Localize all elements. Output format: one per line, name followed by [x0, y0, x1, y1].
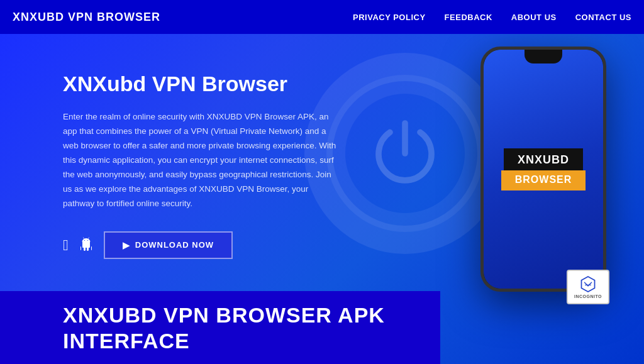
phone-app-name-bottom: BROWSER	[501, 170, 586, 190]
power-icon-decor	[345, 94, 465, 213]
incognito-hexagon-icon	[579, 275, 597, 293]
incognito-badge: INCOGNITO	[567, 270, 609, 304]
hero-description: Enter the realm of online security with …	[63, 110, 340, 211]
phone-screen: XNXUBD BROWSER	[484, 50, 603, 289]
hero-actions-row:  ▶ DOWNLOAD NOW	[63, 231, 340, 259]
navbar-links: PRIVACY POLICY FEEDBACK ABOUT US CONTACT…	[353, 13, 631, 22]
android-icon	[79, 236, 94, 255]
nav-about-us[interactable]: ABOUT US	[511, 13, 557, 22]
download-button[interactable]: ▶ DOWNLOAD NOW	[104, 231, 233, 259]
phone-mockup: XNXUBD BROWSER	[480, 47, 606, 292]
phone-outer: XNXUBD BROWSER	[480, 47, 606, 292]
bottom-banner-line1: XNXUBD VPN Browser APK	[63, 302, 421, 328]
navbar-brand: XNXUBD VPN BROWSER	[13, 11, 160, 24]
bottom-banner-line2: Interface	[63, 328, 421, 354]
phone-app-label: XNXUBD BROWSER	[501, 148, 586, 190]
nav-privacy-policy[interactable]: PRIVACY POLICY	[353, 13, 426, 22]
hero-circle-inner-decor	[326, 75, 484, 232]
nav-feedback[interactable]: FEEDBACK	[445, 13, 492, 22]
apple-icon: 	[63, 236, 69, 254]
nav-contact-us[interactable]: CONTACT US	[575, 13, 631, 22]
navbar: XNXUBD VPN BROWSER PRIVACY POLICY FEEDBA…	[0, 0, 644, 34]
svg-marker-0	[582, 277, 595, 292]
phone-notch	[525, 50, 562, 63]
download-button-label: DOWNLOAD NOW	[135, 240, 214, 250]
play-arrow-icon: ▶	[123, 240, 130, 250]
incognito-label: INCOGNITO	[574, 294, 602, 299]
hero-title: XNXubd VPN Browser	[63, 72, 340, 96]
hero-content: XNXubd VPN Browser Enter the realm of on…	[0, 34, 340, 259]
bottom-banner: XNXUBD VPN Browser APK Interface	[0, 291, 440, 364]
phone-app-name-top: XNXUBD	[504, 148, 583, 170]
hero-section: XNXubd VPN Browser Enter the realm of on…	[0, 34, 644, 364]
